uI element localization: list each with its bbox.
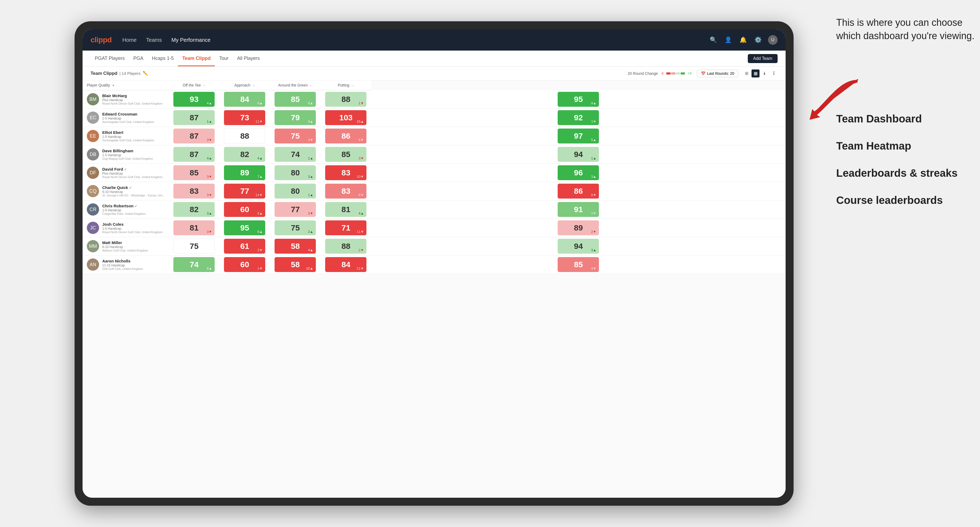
add-team-button[interactable]: Add Team — [748, 54, 778, 63]
nav-my-performance[interactable]: My Performance — [172, 36, 211, 44]
score-cell-player-quality[interactable]: 75 — [169, 237, 220, 256]
score-cell-off-tee[interactable]: 846▲ — [220, 90, 270, 109]
col-header-approach[interactable]: Approach — — [220, 80, 270, 90]
score-cell-around-green[interactable]: 7111▼ — [321, 219, 371, 237]
score-cell-around-green[interactable]: 836▼ — [321, 182, 371, 200]
score-cell-player-quality[interactable]: 873▼ — [169, 127, 220, 145]
player-cell[interactable]: EEElliot Ebert1-5 HandicapSunningdale Go… — [83, 127, 169, 145]
tab-pgat-players[interactable]: PGAT Players — [91, 51, 129, 66]
player-cell[interactable]: DFDavid Ford ✓Plus HandicapRoyal North D… — [83, 163, 169, 182]
table-row[interactable]: DFDavid Ford ✓Plus HandicapRoyal North D… — [83, 163, 786, 182]
table-row[interactable]: BMBlair McHargPlus HandicapRoyal North D… — [83, 90, 786, 109]
table-row[interactable]: EEElliot Ebert1-5 HandicapSunningdale Go… — [83, 127, 786, 145]
score-cell-around-green[interactable]: 866▼ — [321, 127, 371, 145]
edit-icon[interactable]: ✏️ — [143, 71, 148, 76]
nav-teams[interactable]: Teams — [146, 36, 162, 44]
tab-team-clippd[interactable]: Team Clippd — [178, 51, 215, 66]
player-cell[interactable]: CQCharlie Quick ✓6-10 HandicapSt. George… — [83, 182, 169, 200]
score-cell-off-tee[interactable]: 7714▼ — [220, 182, 270, 200]
score-cell-approach[interactable]: 801▲ — [270, 182, 321, 200]
col-header-putting[interactable]: Putting — — [321, 80, 371, 90]
player-cell[interactable]: CRChris Robertson ✓1-5 HandicapCraigmill… — [83, 200, 169, 219]
avatar[interactable]: U — [768, 35, 778, 45]
score-cell-approach[interactable]: 741▲ — [270, 145, 321, 163]
score-cell-player-quality[interactable]: 934▲ — [169, 90, 220, 109]
score-cell-around-green[interactable]: 881▼ — [321, 90, 371, 109]
col-header-off-tee[interactable]: Off the Tee — — [169, 80, 220, 90]
grid-view-button[interactable]: ⊞ — [743, 70, 751, 78]
export-button[interactable]: ↧ — [770, 70, 778, 78]
table-row[interactable]: MMMatt Miller6-10 HandicapWoburn Golf Cl… — [83, 237, 786, 256]
tab-hcaps[interactable]: Hcaps 1-5 — [148, 51, 178, 66]
score-cell-off-tee[interactable]: 601▼ — [220, 256, 270, 274]
score-cell-off-tee[interactable]: 613▼ — [220, 237, 270, 256]
score-cell-off-tee[interactable]: 958▲ — [220, 219, 270, 237]
table-row[interactable]: ECEdward Crossman1-5 HandicapSunningdale… — [83, 109, 786, 127]
tab-tour[interactable]: Tour — [215, 51, 233, 66]
score-cell-around-green[interactable]: 8310▼ — [321, 163, 371, 182]
score-cell-putting[interactable]: 959▲ — [371, 90, 786, 109]
table-row[interactable]: ANAaron Nicholls11-15 HandicapDrift Golf… — [83, 256, 786, 274]
score-cell-around-green[interactable]: 814▲ — [321, 200, 371, 219]
score-cell-putting[interactable]: 943▲ — [371, 237, 786, 256]
player-cell[interactable]: JCJosh Coles1-5 HandicapRoyal North Devo… — [83, 219, 169, 237]
nav-home[interactable]: Home — [122, 36, 136, 44]
score-cell-off-tee[interactable]: 7311▼ — [220, 109, 270, 127]
score-cell-off-tee[interactable]: 824▲ — [220, 145, 270, 163]
score-cell-approach[interactable]: 773▼ — [270, 200, 321, 219]
score-cell-player-quality[interactable]: 833▼ — [169, 182, 220, 200]
score-cell-around-green[interactable]: 853▼ — [321, 145, 371, 163]
score-cell-off-tee[interactable]: 897▲ — [220, 163, 270, 182]
score-cell-approach[interactable]: 753▼ — [270, 127, 321, 145]
tab-pga[interactable]: PGA — [129, 51, 148, 66]
score-cell-approach[interactable]: 799▲ — [270, 109, 321, 127]
score-change-putting: 2▼ — [591, 230, 596, 234]
score-cell-off-tee[interactable]: 88 — [220, 127, 270, 145]
score-cell-approach[interactable]: 584▲ — [270, 237, 321, 256]
score-cell-putting[interactable]: 923▼ — [371, 109, 786, 127]
player-cell[interactable]: BMBlair McHargPlus HandicapRoyal North D… — [83, 90, 169, 109]
score-cell-putting[interactable]: 892▼ — [371, 219, 786, 237]
score-cell-approach[interactable]: 5810▲ — [270, 256, 321, 274]
settings-icon[interactable]: ⚙️ — [753, 35, 763, 45]
score-cell-around-green[interactable]: 10315▲ — [321, 109, 371, 127]
score-cell-player-quality[interactable]: 748▲ — [169, 256, 220, 274]
table-row[interactable]: JCJosh Coles1-5 HandicapRoyal North Devo… — [83, 219, 786, 237]
score-cell-putting[interactable]: 975▲ — [371, 127, 786, 145]
annotation-item-3: Leaderboards & streaks — [836, 166, 975, 180]
score-cell-putting[interactable]: 941▲ — [371, 145, 786, 163]
main-content[interactable]: Player Quality ▼ Off the Tee — Approach … — [83, 80, 786, 498]
list-view-button[interactable]: ▦ — [751, 70, 759, 78]
score-cell-player-quality[interactable]: 871▲ — [169, 109, 220, 127]
search-icon[interactable]: 🔍 — [708, 35, 718, 45]
player-cell[interactable]: DBDave Billingham1-5 HandicapGog Magog G… — [83, 145, 169, 163]
player-cell[interactable]: MMMatt Miller6-10 HandicapWoburn Golf Cl… — [83, 237, 169, 256]
score-cell-putting[interactable]: 913▼ — [371, 200, 786, 219]
table-row[interactable]: CQCharlie Quick ✓6-10 HandicapSt. George… — [83, 182, 786, 200]
score-cell-around-green[interactable]: 8421▼ — [321, 256, 371, 274]
score-cell-putting[interactable]: 963▲ — [371, 163, 786, 182]
profile-icon[interactable]: 👤 — [723, 35, 733, 45]
player-cell[interactable]: ANAaron Nicholls11-15 HandicapDrift Golf… — [83, 256, 169, 274]
table-row[interactable]: DBDave Billingham1-5 HandicapGog Magog G… — [83, 145, 786, 163]
player-avatar: CR — [87, 203, 99, 216]
heatmap-view-button[interactable]: 🌡 — [760, 70, 768, 78]
score-cell-off-tee[interactable]: 602▲ — [220, 200, 270, 219]
score-cell-player-quality[interactable]: 823▲ — [169, 200, 220, 219]
last-rounds-button[interactable]: 📅 Last Rounds: 20 — [697, 70, 738, 77]
score-cell-around-green[interactable]: 882▼ — [321, 237, 371, 256]
col-header-player[interactable]: Player Quality ▼ — [83, 80, 169, 90]
bell-icon[interactable]: 🔔 — [738, 35, 748, 45]
score-cell-player-quality[interactable]: 853▼ — [169, 163, 220, 182]
col-header-around-green[interactable]: Around the Green — — [270, 80, 321, 90]
table-row[interactable]: CRChris Robertson ✓1-5 HandicapCraigmill… — [83, 200, 786, 219]
score-cell-approach[interactable]: 803▲ — [270, 163, 321, 182]
score-cell-approach[interactable]: 858▲ — [270, 90, 321, 109]
tab-all-players[interactable]: All Players — [233, 51, 264, 66]
score-cell-approach[interactable]: 752▲ — [270, 219, 321, 237]
score-cell-putting[interactable]: 854▼ — [371, 256, 786, 274]
score-cell-player-quality[interactable]: 813▼ — [169, 219, 220, 237]
score-cell-putting[interactable]: 868▼ — [371, 182, 786, 200]
score-cell-player-quality[interactable]: 874▲ — [169, 145, 220, 163]
player-cell[interactable]: ECEdward Crossman1-5 HandicapSunningdale… — [83, 109, 169, 127]
